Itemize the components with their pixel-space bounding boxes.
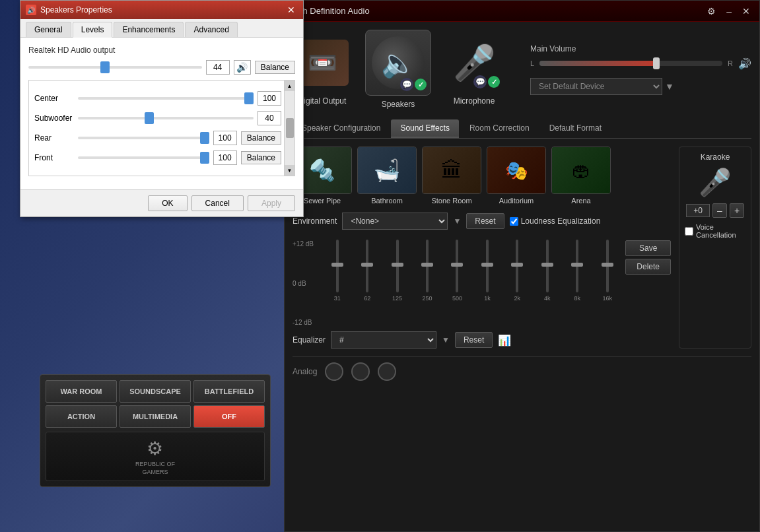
hda-close-button[interactable]: ✕	[738, 6, 754, 17]
tab-advanced[interactable]: Advanced	[185, 22, 237, 37]
eq-reset-button[interactable]: Reset	[455, 332, 493, 348]
mute-button[interactable]: 🔊	[234, 60, 251, 75]
eq-track-31[interactable]	[336, 240, 339, 292]
front-balance-button[interactable]: Balance	[241, 151, 281, 164]
eq-db-low: -12 dB	[293, 319, 319, 326]
hda-window: High Definition Audio ⚙ – ✕ 📼 Digital Ou…	[284, 0, 760, 532]
speakers-badge: 💬 ✓	[400, 78, 427, 91]
rog-btn-battlefield[interactable]: BATTLEFIELD	[193, 380, 265, 403]
hda-gear-button[interactable]: ⚙	[703, 6, 720, 17]
front-slider[interactable]	[78, 156, 209, 159]
hda-titlebar: High Definition Audio ⚙ – ✕	[285, 1, 759, 22]
center-slider[interactable]	[78, 97, 254, 100]
rog-btn-multimedia[interactable]: MULTIMEDIA	[120, 405, 191, 428]
tab-enhancements[interactable]: Enhancements	[114, 22, 184, 37]
eq-thumb-125[interactable]	[392, 263, 403, 267]
rog-btn-action[interactable]: ACTION	[46, 405, 117, 428]
tab-default-format[interactable]: Default Format	[540, 119, 611, 138]
voice-cancellation-row: Voice Cancellation	[685, 223, 745, 239]
main-volume-label: Main Volume	[530, 44, 751, 53]
eq-track-62[interactable]	[366, 240, 368, 292]
scroll-thumb[interactable]	[286, 118, 294, 138]
scroll-up-arrow[interactable]: ▲	[285, 81, 294, 91]
scroll-down-arrow[interactable]: ▼	[285, 165, 294, 176]
tab-room-correction[interactable]: Room Correction	[460, 119, 539, 138]
eq-thumb-2k[interactable]	[511, 263, 523, 267]
karaoke-pitch-minus[interactable]: –	[712, 203, 727, 218]
left-label: L	[530, 59, 534, 67]
front-channel-row: Front 100 Balance	[34, 150, 281, 165]
microphone-check-badge: ✓	[488, 76, 500, 88]
eq-track-16k[interactable]	[606, 240, 609, 292]
eq-freq-500: 500	[452, 295, 462, 302]
main-volume-row: 44 🔊 Balance	[28, 60, 295, 75]
main-vol-thumb[interactable]	[653, 57, 660, 69]
eq-thumb-8k[interactable]	[571, 263, 583, 267]
main-volume-section: Main Volume L R 🔊	[530, 44, 751, 70]
rog-btn-warroom[interactable]: WAR ROOM	[46, 380, 117, 403]
center-value: 100	[258, 91, 281, 106]
eq-delete-button[interactable]: Delete	[625, 259, 671, 275]
microphone-chat-bubble: 💬	[473, 75, 487, 88]
subwoofer-slider[interactable]	[78, 117, 254, 119]
voice-cancellation-checkbox[interactable]	[685, 227, 693, 236]
ok-button[interactable]: OK	[148, 195, 187, 211]
eq-freq-4k: 4k	[544, 295, 551, 302]
eq-db-high: +12 dB	[293, 240, 319, 248]
eq-track-1k[interactable]	[486, 240, 489, 292]
effect-stone-room[interactable]: 🏛 Stone Room	[422, 147, 481, 205]
tab-speaker-configuration[interactable]: Speaker Configuration	[293, 119, 390, 138]
eq-thumb-16k[interactable]	[602, 263, 613, 267]
eq-track-2k[interactable]	[516, 240, 518, 292]
tab-levels[interactable]: Levels	[73, 22, 113, 38]
eq-track-500[interactable]	[456, 240, 458, 292]
eq-preset-select[interactable]: #	[331, 331, 436, 349]
environment-reset-button[interactable]: Reset	[466, 213, 504, 229]
eq-thumb-31[interactable]	[331, 263, 343, 267]
eq-thumb-62[interactable]	[361, 263, 373, 267]
rog-btn-soundscape[interactable]: SOUNDSCAPE	[120, 380, 191, 403]
eq-save-button[interactable]: Save	[625, 240, 671, 256]
tab-general[interactable]: General	[26, 22, 71, 37]
hda-minimize-button[interactable]: –	[722, 6, 736, 17]
speakers-chat-bubble: 💬	[400, 78, 413, 91]
right-label: R	[728, 59, 733, 67]
default-device-select[interactable]: Set Default Device	[530, 78, 662, 95]
effect-arena[interactable]: 🏟 Arena	[551, 147, 611, 205]
eq-fader-8k: 8k	[565, 240, 590, 302]
front-label: Front	[34, 153, 74, 162]
eq-thumb-1k[interactable]	[481, 263, 493, 267]
balance-button[interactable]: Balance	[255, 61, 295, 74]
eq-thumb-500[interactable]	[451, 263, 463, 267]
apply-button[interactable]: Apply	[248, 195, 295, 211]
sound-effects-content: 🔩 Sewer Pipe 🛁 Bathroom 🏛	[293, 147, 751, 349]
effect-bathroom[interactable]: 🛁 Bathroom	[357, 147, 417, 205]
eq-track-4k[interactable]	[546, 240, 549, 292]
eq-freq-2k: 2k	[514, 295, 521, 302]
rear-balance-button[interactable]: Balance	[241, 131, 281, 145]
eq-freq-8k: 8k	[574, 295, 580, 302]
eq-freq-16k: 16k	[602, 295, 612, 302]
main-vol-track[interactable]	[539, 61, 722, 66]
loudness-checkbox[interactable]	[510, 217, 518, 226]
channel-scrollbar[interactable]: ▲ ▼	[284, 81, 294, 176]
cancel-button[interactable]: Cancel	[191, 195, 244, 211]
device-speakers[interactable]: 🔈 💬 ✓ Speakers	[365, 30, 431, 109]
effect-auditorium[interactable]: 🎭 Auditorium	[487, 147, 546, 205]
rog-btn-off[interactable]: OFF	[193, 405, 265, 428]
speakers-close-button[interactable]: ✕	[285, 5, 298, 15]
subwoofer-value: 40	[258, 111, 281, 125]
rear-slider[interactable]	[78, 137, 209, 139]
eq-track-8k[interactable]	[576, 240, 578, 292]
eq-thumb-4k[interactable]	[541, 263, 553, 267]
karaoke-pitch-plus[interactable]: +	[730, 203, 744, 218]
environment-select[interactable]: <None>	[342, 213, 448, 230]
eq-track-125[interactable]	[396, 240, 399, 292]
main-volume-slider[interactable]	[28, 66, 202, 69]
speakers-titlebar: 🔊 Speakers Properties ✕	[20, 1, 303, 19]
tab-sound-effects[interactable]: Sound Effects	[391, 119, 459, 138]
eq-track-250[interactable]	[426, 240, 429, 292]
eq-thumb-250[interactable]	[421, 263, 433, 267]
device-microphone[interactable]: 🎤 💬 ✓ Microphone	[444, 33, 504, 106]
analog-circle-2	[351, 362, 370, 381]
